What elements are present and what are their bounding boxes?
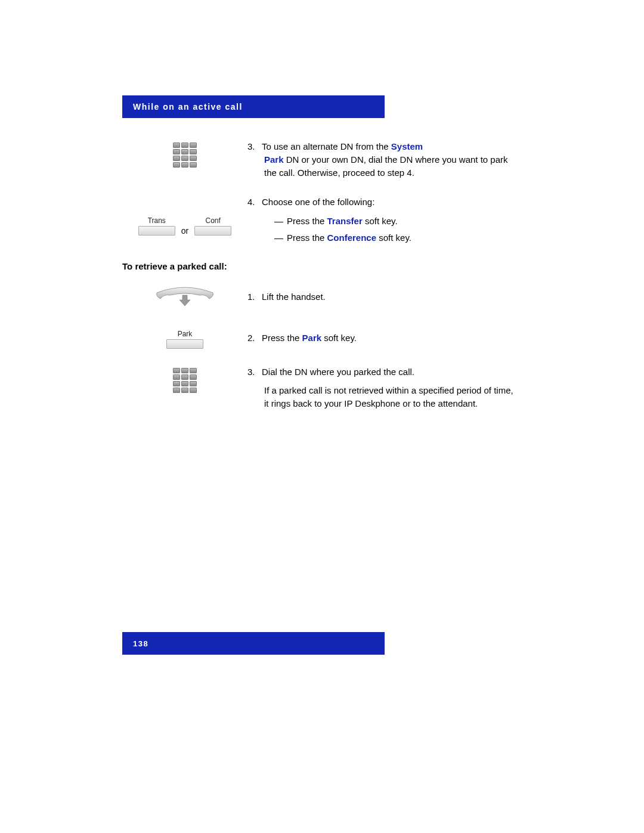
retrieve-2-row: Park 2.Press the Park soft key. <box>122 327 522 349</box>
retrieve-heading: To retrieve a parked call: <box>122 261 522 271</box>
retrieve-3-text: 3.Dial the DN where you parked the call.… <box>247 366 522 410</box>
softkey-button <box>194 226 231 236</box>
softkey-button <box>166 339 203 349</box>
park-softkey: Park <box>166 330 203 349</box>
step-4-row: Trans or Conf 4.Choose one of the follow… <box>122 196 522 244</box>
header-title: While on an active call <box>133 102 243 112</box>
keypad-icon-col-2 <box>122 366 247 393</box>
page-number: 138 <box>133 639 148 648</box>
step-3-row: 3.To use an alternate DN from the System… <box>122 140 522 179</box>
handset-icon <box>152 286 218 311</box>
softkey-icon-col: Trans or Conf <box>122 205 247 236</box>
park-softkey-col: Park <box>122 327 247 349</box>
handset-icon-col <box>122 283 247 311</box>
page-header: While on an active call <box>122 95 385 118</box>
keypad-icon-col <box>122 140 247 168</box>
document-page: While on an active call 3.To use an alte… <box>0 0 644 833</box>
retrieve-1-text: 1.Lift the handset. <box>247 290 522 304</box>
conf-softkey: Conf <box>194 216 231 236</box>
keypad-icon <box>173 368 197 393</box>
step-4-text: 4.Choose one of the following: —Press th… <box>247 196 522 244</box>
trans-softkey: Trans <box>138 216 175 236</box>
step-number: 3. <box>247 140 262 153</box>
retrieve-3-row: 3.Dial the DN where you parked the call.… <box>122 366 522 410</box>
page-footer: 138 <box>122 632 385 655</box>
softkey-group: Trans or Conf <box>138 216 231 236</box>
step-3-text: 3.To use an alternate DN from the System… <box>247 140 522 179</box>
retrieve-1-row: 1.Lift the handset. <box>122 283 522 311</box>
keypad-icon <box>173 143 197 168</box>
softkey-button <box>138 226 175 236</box>
page-content: 3.To use an alternate DN from the System… <box>122 140 522 427</box>
retrieve-2-text: 2.Press the Park soft key. <box>247 332 522 345</box>
